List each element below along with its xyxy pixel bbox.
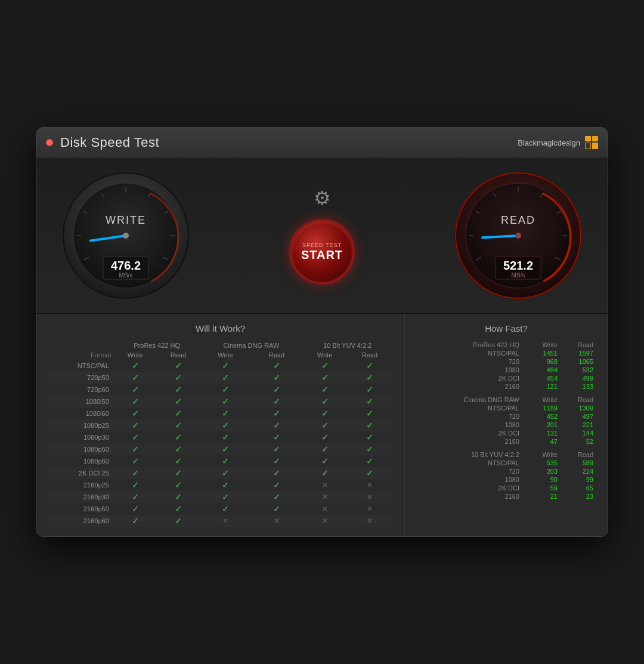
cross-icon: ✕ [322,493,328,501]
checkmark-icon: ✓ [321,361,329,370]
read-col-3: Read [347,350,392,360]
cross-icon: ✕ [367,493,373,501]
checkmark-icon: ✓ [273,456,280,466]
hf-row-name: 1080 [417,366,524,373]
start-top-text: SPEED TEST [302,242,342,248]
hf-write-col-label: Write [524,341,560,348]
checkmark-icon: ✓ [222,433,229,442]
title-bar: Disk Speed Test Blackmagicdesign [36,128,608,158]
gauge-section: 476.2 MB/s WRITE ⚙ SPEED TEST START [36,158,608,314]
hf-write-value: 121 [524,383,560,390]
check-cell: ✓ [156,396,200,407]
checkmark-icon: ✓ [132,516,139,526]
hf-row-name: 2160 [417,383,524,390]
hf-data-row: 720 452 497 [417,412,596,421]
check-cell: ✓ [156,431,200,443]
hf-write-value: 47 [524,438,560,445]
will-it-work-table: ProRes 422 HQ Cinema DNG RAW 10 Bit YUV … [48,341,392,527]
checkmark-icon: ✓ [321,468,329,478]
hf-write-value: 90 [524,476,560,483]
brand-icon-cell-4 [592,143,598,149]
close-button[interactable] [46,139,53,146]
hf-group-name: Cinema DNG RAW [417,396,524,403]
checkmark-icon: ✓ [132,504,139,514]
hf-row-name: NTSC/PAL [417,404,524,412]
hf-read-col-label: Read [560,396,596,403]
will-it-work-title: Will it Work? [48,323,392,333]
check-cell: ✓ [347,360,392,372]
check-cell: ✓ [347,372,392,384]
check-cell: ✓ [250,455,302,467]
brand-icon-cell-3 [585,143,591,149]
cross-icon: ✕ [367,505,373,513]
checkmark-icon: ✓ [273,397,280,406]
hf-read-value: 1597 [560,350,596,357]
check-cell: ✓ [114,396,156,407]
checkmark-icon: ✓ [273,373,280,382]
format-col-label: Format [48,350,114,360]
write-gauge-svg: 476.2 MB/s [60,170,191,301]
hf-data-row: 720 203 224 [417,467,596,475]
check-cell: ✕ [302,503,346,515]
checkmark-icon: ✓ [273,409,280,418]
brand-icon-cell-2 [592,136,598,141]
table-row: 2160p30✓✓✓✓✕✕ [48,491,392,503]
checkmark-icon: ✓ [366,433,373,442]
checkmark-icon: ✓ [222,385,229,394]
checkmark-icon: ✓ [222,373,229,382]
checkmark-icon: ✓ [132,444,139,454]
read-col-2: Read [250,350,302,360]
check-cell: ✓ [156,384,200,396]
hf-row-name: 2160 [417,438,524,445]
hf-write-col-label: Write [524,451,560,458]
hf-read-value: 52 [560,438,596,445]
checkmark-icon: ✓ [175,504,182,514]
hf-row-name: NTSC/PAL [417,350,524,357]
checkmark-icon: ✓ [222,397,229,406]
cross-icon: ✕ [367,517,373,525]
hf-read-value: 65 [560,484,596,492]
check-cell: ✓ [302,455,346,467]
hf-row-name: 720 [417,413,524,420]
settings-icon[interactable]: ⚙ [314,187,331,209]
format-cell: NTSC/PAL [48,360,114,372]
check-cell: ✓ [114,515,156,527]
hf-row-name: 1080 [417,476,524,483]
app-title: Disk Speed Test [60,135,159,150]
check-cell: ✓ [114,419,156,431]
cross-icon: ✕ [222,517,228,525]
check-cell: ✓ [302,396,346,407]
format-cell: 2160p60 [48,515,114,527]
check-cell: ✓ [114,443,156,455]
check-cell: ✕ [347,503,392,515]
check-cell: ✓ [250,491,302,503]
hf-read-value: 497 [560,413,596,420]
checkmark-icon: ✓ [321,444,329,454]
hf-write-value: 201 [524,421,560,428]
check-cell: ✓ [114,407,156,419]
check-cell: ✓ [114,360,156,372]
check-cell: ✓ [347,407,392,419]
table-row: 1080p30✓✓✓✓✓✓ [48,431,392,443]
check-cell: ✓ [114,503,156,515]
check-cell: ✓ [156,360,200,372]
checkmark-icon: ✓ [175,361,182,370]
brand-icon [585,136,598,149]
format-cell: 2160p30 [48,491,114,503]
checkmark-icon: ✓ [366,385,373,394]
brand-logo: Blackmagicdesign [518,136,598,149]
check-cell: ✓ [156,419,200,431]
start-button[interactable]: SPEED TEST START [289,219,355,285]
cross-icon: ✕ [274,517,280,525]
hf-row-name: 2K DCI [417,484,524,492]
check-cell: ✓ [250,407,302,419]
hf-read-value: 133 [560,383,596,390]
check-cell: ✓ [302,467,346,479]
check-cell: ✓ [200,467,251,479]
hf-data-row: 2160 21 23 [417,492,596,501]
checkmark-icon: ✓ [175,421,182,430]
checkmark-icon: ✓ [132,480,139,490]
check-cell: ✓ [250,467,302,479]
checkmark-icon: ✓ [132,385,139,394]
check-cell: ✓ [250,503,302,515]
